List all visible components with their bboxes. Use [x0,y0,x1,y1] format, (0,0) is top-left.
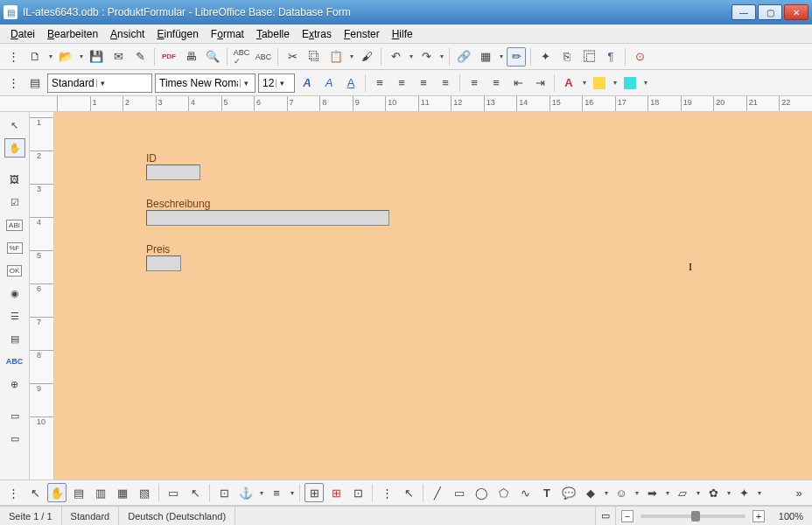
save-button[interactable]: 💾 [87,47,106,66]
form-navigator-button[interactable]: ▭ [4,429,25,448]
text-tool-button[interactable]: T [537,483,556,502]
show-draw-button[interactable]: ✏ [507,47,526,66]
menu-hilfe[interactable]: Hilfe [387,26,418,42]
highlight-dropdown[interactable]: ▾ [612,79,618,87]
callout-tool-button[interactable]: 💬 [559,483,578,502]
pointer-tool-button[interactable]: ↖ [399,483,418,502]
basic-shapes-dropdown[interactable]: ▾ [603,489,609,497]
email-button[interactable]: ✉ [108,47,128,66]
font-size-combo[interactable]: 12▾ [258,74,295,93]
line-tool-button[interactable]: ╱ [428,483,447,502]
minimize-button[interactable]: — [732,4,756,20]
paragraph-style-combo[interactable]: Standard▾ [47,74,152,93]
activation-order-button[interactable]: ↖ [186,483,205,502]
bullet-list-button[interactable]: ≡ [486,74,506,93]
align-left-button[interactable]: ≡ [370,74,389,93]
anchor-dropdown[interactable]: ▾ [258,489,264,497]
font-color-dropdown[interactable]: ▾ [581,79,587,87]
select-tool-button[interactable]: ↖ [25,483,45,502]
table-button[interactable]: ▦ [476,47,495,66]
stars-button[interactable]: ✦ [734,483,753,502]
grid-visible-button[interactable]: ⊞ [304,483,324,502]
menu-format[interactable]: Format [206,26,249,42]
curve-tool-button[interactable]: ∿ [515,483,535,502]
align-dropdown[interactable]: ▾ [289,489,295,497]
flowchart-button[interactable]: ▱ [673,483,692,502]
bold-button[interactable]: A [298,74,317,93]
increase-indent-button[interactable]: ⇥ [530,74,550,93]
maximize-button[interactable]: ▢ [758,4,782,20]
input-preis[interactable] [147,256,180,270]
formatted-field-button[interactable]: %F [4,238,25,257]
styles-window-button[interactable]: ▤ [25,74,45,93]
ruler-horizontal[interactable]: 12345678910111213141516171819202122 [0,96,812,112]
print-preview-button[interactable]: 🔍 [203,47,222,66]
option-button-button[interactable]: ◉ [4,284,25,303]
gallery-button[interactable]: ⿸ [579,47,598,66]
paste-button[interactable]: 📋 [326,47,346,66]
callouts-button[interactable]: ✿ [704,483,723,502]
auto-spellcheck-button[interactable]: ABC [254,47,273,66]
zoom-in-button[interactable]: + [752,510,765,522]
new-doc-dropdown[interactable]: ▾ [47,52,53,60]
design-mode-button[interactable]: ✋ [4,138,25,158]
block-arrows-button[interactable]: ➡ [642,483,662,502]
input-id[interactable] [147,165,200,179]
add-field-button[interactable]: ▭ [164,483,183,502]
align-justify-button[interactable]: ≡ [436,74,455,93]
font-name-combo[interactable]: Times New Roman▾ [155,74,256,93]
more-controls-button[interactable]: ⊕ [4,374,25,394]
italic-button[interactable]: A [319,74,339,93]
cut-button[interactable]: ✂ [283,47,302,66]
open-dropdown[interactable]: ▾ [78,52,84,60]
control-props-button[interactable]: ▤ [69,483,88,502]
design-mode-toggle[interactable]: ✋ [47,483,66,502]
status-language[interactable]: Deutsch (Deutschland) [119,507,235,525]
open-button[interactable]: 📂 [56,47,75,66]
align-center-button[interactable]: ≡ [392,74,411,93]
table-dropdown[interactable]: ▾ [498,52,504,60]
menu-datei[interactable]: Datei [5,26,40,42]
field-input-beschreibung[interactable] [146,210,389,226]
text-box-button[interactable]: ABI [4,215,25,234]
status-style[interactable]: Standard [62,507,120,525]
format-paintbrush-button[interactable]: 🖌 [357,47,376,66]
navigator-button[interactable]: ⎘ [557,47,577,66]
font-color-button[interactable]: A [559,74,578,93]
callouts-dropdown[interactable]: ▾ [725,489,732,497]
field-input-preis[interactable] [146,256,181,271]
flowchart-dropdown[interactable]: ▾ [695,489,701,497]
menu-extras[interactable]: Extras [297,26,337,42]
toolbar-overflow-button[interactable]: » [789,483,808,502]
copy-button[interactable]: ⿻ [304,47,324,66]
menu-tabelle[interactable]: Tabelle [251,26,295,42]
ellipse-tool-button[interactable]: ◯ [472,483,491,502]
menu-bearbeiten[interactable]: Bearbeiten [42,26,103,42]
export-pdf-button[interactable]: PDF [159,47,178,66]
highlight-button[interactable] [590,74,609,93]
select-tool-button[interactable]: ↖ [4,116,25,135]
close-button[interactable]: ✕ [784,4,808,20]
combo-box-button[interactable]: ▤ [4,329,25,348]
stars-dropdown[interactable]: ▾ [756,489,762,497]
zoom-out-button[interactable]: − [621,510,634,522]
ruler-vertical[interactable]: 12345678910 [30,112,54,480]
rectangle-tool-button[interactable]: ▭ [450,483,469,502]
bg-color-button[interactable] [620,74,640,93]
symbol-shapes-dropdown[interactable]: ▾ [634,489,640,497]
redo-dropdown[interactable]: ▾ [438,52,444,60]
label-field-button[interactable]: ABC [4,352,25,371]
find-button[interactable]: ✦ [536,47,555,66]
align-right-button[interactable]: ≡ [414,74,433,93]
help-button[interactable]: ⊙ [630,47,649,66]
redo-button[interactable]: ↷ [416,47,436,66]
hyperlink-button[interactable]: 🔗 [454,47,473,66]
print-button[interactable]: 🖶 [181,47,200,66]
menu-ansicht[interactable]: Ansicht [105,26,150,42]
form-design-button[interactable]: ▭ [4,406,25,425]
checkbox-control-button[interactable]: ☑ [4,192,25,212]
underline-button[interactable]: A [341,74,360,93]
open-in-design-button[interactable]: ⊡ [214,483,234,502]
numbered-list-button[interactable]: ≡ [465,74,484,93]
symbol-shapes-button[interactable]: ☺ [612,483,631,502]
